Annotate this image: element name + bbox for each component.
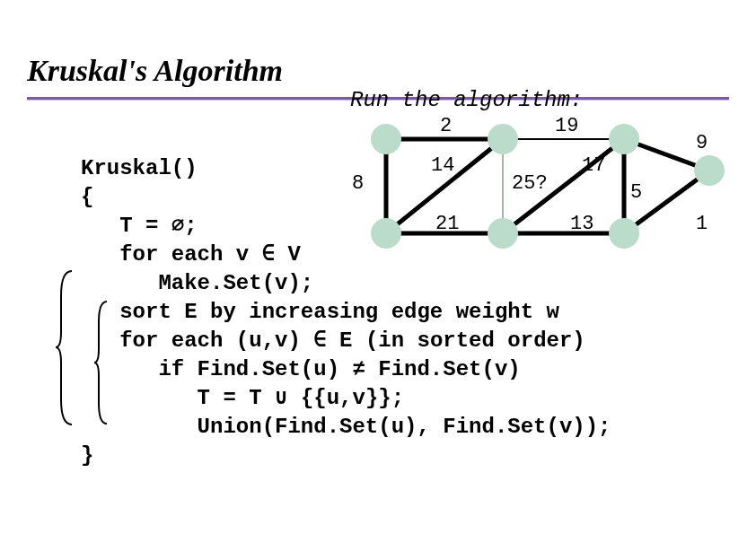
code-line-11: } bbox=[81, 443, 93, 468]
brace-inner bbox=[92, 300, 110, 425]
node-F bbox=[488, 218, 518, 249]
code-line-4: for each v ∈ V bbox=[81, 242, 301, 267]
edge-weight-E-F: 13 bbox=[570, 213, 593, 235]
code-line-2: { bbox=[81, 185, 93, 209]
node-A bbox=[371, 124, 401, 154]
edge-weight-A-G: 8 bbox=[352, 172, 364, 195]
code-line-8: if Find.Set(u) ≠ Find.Set(v) bbox=[81, 357, 521, 381]
edge-weight-B-C: 19 bbox=[555, 115, 578, 137]
edge-weight-C-D: 9 bbox=[696, 132, 708, 154]
node-G bbox=[371, 218, 401, 249]
node-C bbox=[609, 124, 639, 154]
code-line-1: Kruskal() bbox=[81, 156, 198, 180]
edge-weight-F-G: 21 bbox=[435, 213, 459, 235]
brace-outer bbox=[54, 269, 77, 426]
edge-weight-C-F: 17 bbox=[582, 154, 605, 177]
slide-title: Kruskal's Algorithm bbox=[27, 54, 283, 88]
code-line-6: sort E by increasing edge weight w bbox=[81, 300, 559, 324]
code-line-5: Make.Set(v); bbox=[81, 271, 313, 295]
graph-diagram: Run the algorithm: 219915132181425?17 bbox=[350, 108, 727, 260]
node-B bbox=[488, 124, 518, 154]
edge-weight-B-F: 25? bbox=[512, 172, 548, 195]
node-D bbox=[694, 155, 725, 186]
node-E bbox=[609, 218, 639, 249]
edge-weight-B-G: 14 bbox=[431, 154, 454, 177]
run-label: Run the algorithm: bbox=[350, 88, 583, 112]
code-line-3: T = ∅; bbox=[81, 214, 198, 238]
edge-weight-A-B: 2 bbox=[440, 115, 452, 137]
code-line-9: T = T ∪ {{u,v}}; bbox=[81, 386, 404, 410]
code-line-10: Union(Find.Set(u), Find.Set(v)); bbox=[81, 415, 611, 439]
edge-weight-C-E: 5 bbox=[630, 181, 642, 204]
edge-weight-D-E: 1 bbox=[696, 213, 708, 235]
code-line-7: for each (u,v) ∈ E (in sorted order) bbox=[81, 328, 585, 353]
